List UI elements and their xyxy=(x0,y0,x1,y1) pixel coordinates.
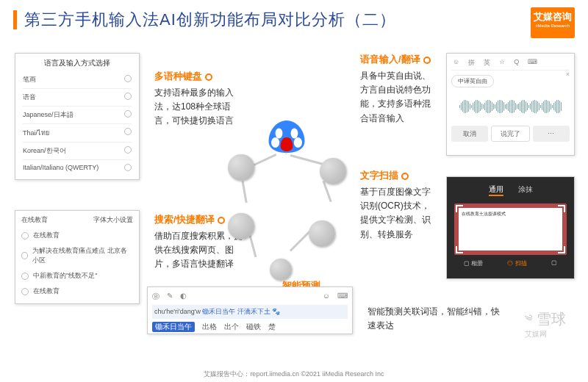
svg-point-1 xyxy=(291,129,298,139)
dot-icon xyxy=(423,57,431,64)
svg-point-2 xyxy=(271,137,279,148)
page-title: 第三方手机输入法AI创新功能布局对比分析（二） xyxy=(24,9,396,31)
radio-icon[interactable] xyxy=(21,273,29,280)
list-item: 语音 xyxy=(23,89,132,107)
language-card: 语言及输入方式选择 笔画 语音 Japanese/日本語 Thai/ไทย Ko… xyxy=(15,53,140,180)
list-item: Korean/한국어 xyxy=(23,143,132,160)
tab-smear[interactable]: 涂抹 xyxy=(518,184,533,196)
brand-logo: 艾媒咨询 iiMedia Research xyxy=(531,7,575,38)
lang-card-title: 语言及输入方式选择 xyxy=(23,58,132,68)
node-icon xyxy=(309,220,335,247)
input-toolbar[interactable]: Ⓑ✎◐☺⌨ xyxy=(152,290,348,303)
section-ocr: 文字扫描 基于百度图像文字识别(OCR)技术，提供文字检测、识别、转换服务 xyxy=(360,169,434,242)
dot-icon xyxy=(218,217,225,224)
ocr-card: 通用 涂抹 在线教育土法授课模式 ▢ 相册 ◎ 扫描 ▢ xyxy=(446,176,575,279)
radio-icon[interactable] xyxy=(124,164,132,171)
node-icon xyxy=(228,213,254,239)
camera-icon[interactable]: ▢ xyxy=(551,259,557,267)
radio-icon[interactable] xyxy=(124,128,132,135)
waveform xyxy=(451,98,570,115)
candidates[interactable]: 锄禾日当午 出格 出个 磁铁 楚 xyxy=(152,320,348,334)
voice-card: ☺ 拼 英 ☆ Q ⌨ 中译英自由 × 取消 说完了 ⋯ xyxy=(446,53,575,156)
voice-tabs[interactable]: ☺ 拼 英 ☆ Q ⌨ xyxy=(451,58,570,71)
svg-point-3 xyxy=(294,137,302,148)
close-icon[interactable]: × xyxy=(566,71,570,78)
input-card: Ⓑ✎◐☺⌨ chu'he'ri'dang'w 锄禾日当午 汗滴禾下土 🐾 锄禾日… xyxy=(147,286,353,334)
mode-pill[interactable]: 中译英自由 xyxy=(451,75,494,87)
scan-button[interactable]: ◎ 扫描 xyxy=(507,259,526,267)
dot-icon xyxy=(401,173,409,180)
baidu-logo-icon: du xyxy=(261,118,312,154)
dot-icon xyxy=(205,73,212,81)
list-item: Italian/Italiano (QWERTY) xyxy=(23,160,132,175)
radio-icon[interactable] xyxy=(124,110,132,118)
radio-icon[interactable] xyxy=(21,252,28,259)
radio-icon[interactable] xyxy=(21,232,29,239)
node-icon xyxy=(320,158,346,184)
section-multilang: 多语种键盘 支持语种最多的输入法，达108种全球语言，可快捷切换语言 xyxy=(154,70,243,129)
node-icon xyxy=(270,259,292,281)
watermark: ༄ 雪球 艾媒网 xyxy=(525,309,566,339)
list-item: Thai/ไทย xyxy=(23,124,132,143)
album-button[interactable]: ▢ 相册 xyxy=(464,259,483,267)
cancel-button[interactable]: 取消 xyxy=(451,126,488,142)
radio-icon[interactable] xyxy=(21,288,29,295)
svg-text:du: du xyxy=(284,153,290,154)
svg-point-0 xyxy=(276,129,283,139)
suggestion-bar[interactable]: chu'he'ri'dang'w 锄禾日当午 汗滴禾下土 🐾 xyxy=(152,305,348,319)
radio-icon[interactable] xyxy=(124,146,132,154)
section-voice: 语音输入/翻译 具备中英自由说、方言自由说特色功能，支持多语种混合语音输入 xyxy=(360,53,434,126)
list-item: 笔画 xyxy=(23,71,132,89)
node-icon xyxy=(228,154,254,181)
more-button[interactable]: ⋯ xyxy=(533,126,570,142)
search-card: 在线教育字体大小设置 在线教育 为解决在线教育痛点难点 北京各小区 中新教育的"… xyxy=(15,210,140,304)
predict-desc: 智能预测关联词语，智能纠错，快速表达 xyxy=(368,305,500,333)
scan-frame: 在线教育土法授课模式 xyxy=(454,203,567,255)
tab-general[interactable]: 通用 xyxy=(489,184,503,196)
radio-icon[interactable] xyxy=(124,75,132,82)
footer-text: 艾媒报告中心：report.iimedia.cn ©2021 iiMedia R… xyxy=(0,370,588,379)
list-item: Japanese/日本語 xyxy=(23,107,132,124)
accent-bar xyxy=(13,10,17,29)
radio-icon[interactable] xyxy=(124,93,132,100)
done-button[interactable]: 说完了 xyxy=(491,126,529,142)
